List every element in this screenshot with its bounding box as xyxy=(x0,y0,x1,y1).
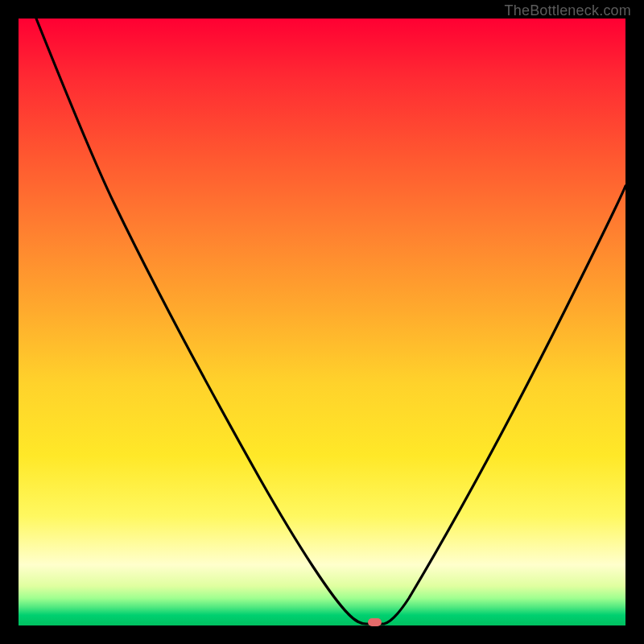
curve-path xyxy=(36,19,625,624)
watermark-text: TheBottleneck.com xyxy=(505,2,631,19)
optimum-marker xyxy=(368,618,382,626)
bottleneck-line-chart xyxy=(19,19,625,625)
